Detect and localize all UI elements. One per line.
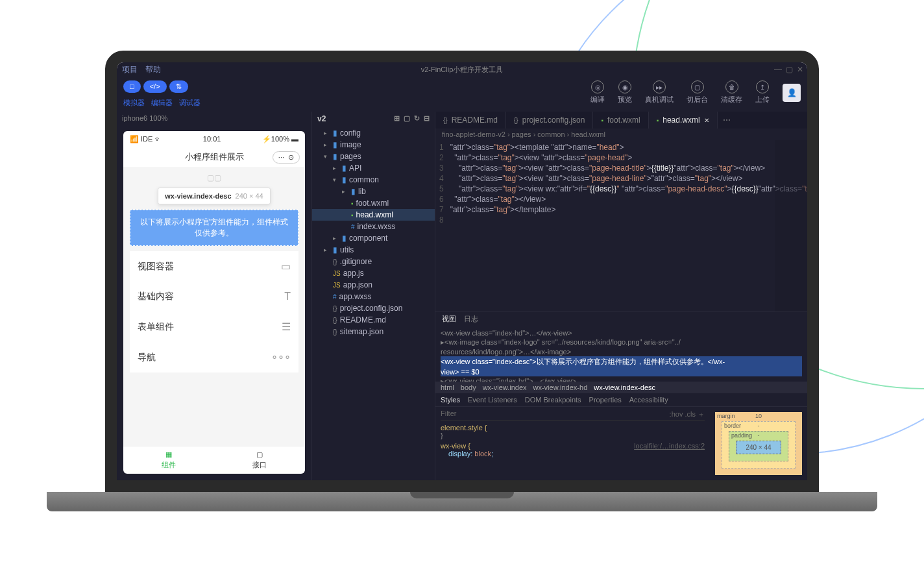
styles-panel[interactable]: Filter:hov .cls ＋element.style {}</span>…	[435, 407, 710, 480]
new-file-icon[interactable]: ⊞	[394, 114, 400, 123]
menu-bar: 项目 帮助 v2-FinClip小程序开发工具 — ▢ ✕	[117, 62, 807, 77]
crumb-item[interactable]: html	[441, 384, 454, 391]
file-item[interactable]: ▪ foot.wxml	[312, 197, 435, 209]
list-item[interactable]: 导航∘∘∘	[130, 342, 298, 373]
file-item[interactable]: # app.wxss	[312, 291, 435, 302]
phone-simulator: 📶 IDE ᯤ 10:01 ⚡100% ▬ 小程序组件展示 ∙∙∙⊙ ▢▢ wx…	[123, 131, 305, 474]
tabbar-components[interactable]: ▦组件	[123, 446, 214, 474]
breadcrumb: fino-applet-demo-v2 › pages › common › h…	[435, 128, 807, 140]
editor-tab[interactable]: ▪head.wxml✕	[649, 112, 718, 128]
remote-debug-button[interactable]: ▸▸真机调试	[645, 80, 674, 104]
minimize-icon[interactable]: —	[774, 65, 782, 74]
panel-tab[interactable]: Event Listeners	[468, 396, 517, 404]
editor-tabs: {}README.md{}project.config.json▪foot.wx…	[435, 112, 807, 128]
project-root: v2	[317, 114, 326, 123]
mode-simulator-label: 模拟器	[123, 98, 145, 108]
device-label: iphone6 100%	[117, 112, 311, 125]
compile-button[interactable]: ◎编译	[590, 80, 605, 104]
background-button[interactable]: ▢切后台	[687, 80, 708, 104]
editor-pane: {}README.md{}project.config.json▪foot.wx…	[435, 112, 807, 480]
status-battery: ⚡100% ▬	[262, 135, 298, 143]
inspector-tooltip: wx-view.index-desc240 × 44	[158, 188, 270, 204]
collapse-icon[interactable]: ⊟	[424, 114, 430, 123]
file-item[interactable]: {} project.config.json	[312, 302, 435, 314]
folder-item[interactable]: ▸▮ image	[312, 139, 435, 151]
crumb-item[interactable]: wx-view.index	[483, 384, 527, 391]
laptop-frame: 项目 帮助 v2-FinClip小程序开发工具 — ▢ ✕ □ </> ⇅	[105, 51, 819, 511]
devtools: 视图 日志 <wx-view class="index-hd">…</wx-vi…	[435, 312, 807, 480]
devtools-tab-view[interactable]: 视图	[442, 314, 456, 324]
list-item[interactable]: 表单组件☰	[130, 312, 298, 342]
file-item[interactable]: # index.wxss	[312, 221, 435, 232]
capsule-button[interactable]: ∙∙∙⊙	[273, 151, 300, 164]
panel-tab[interactable]: Accessibility	[629, 396, 668, 404]
crumb-item[interactable]: wx-view.index-desc	[594, 384, 655, 391]
folder-item[interactable]: ▸▮ config	[312, 127, 435, 139]
folder-item[interactable]: ▾▮ common	[312, 174, 435, 186]
code-editor[interactable]: 12345678 "attr">class="tag"><template "a…	[435, 140, 807, 312]
list-item[interactable]: 基础内容T	[130, 282, 298, 312]
folder-item[interactable]: ▸▮ API	[312, 162, 435, 174]
menu-project[interactable]: 项目	[122, 64, 138, 75]
tabbar-api[interactable]: ▢接口	[214, 446, 305, 474]
chip-icon: ▢	[256, 450, 263, 459]
status-time: 10:01	[203, 135, 221, 143]
maximize-icon[interactable]: ▢	[786, 65, 793, 74]
crumb-item[interactable]: body	[461, 384, 476, 391]
file-item[interactable]: JS app.js	[312, 267, 435, 279]
panel-tab[interactable]: Styles	[441, 396, 460, 404]
refresh-icon[interactable]: ↻	[414, 114, 420, 123]
more-tabs-button[interactable]: ⋯	[718, 112, 736, 128]
mode-simulator-button[interactable]: □	[123, 80, 141, 93]
folder-item[interactable]: ▸▮ utils	[312, 244, 435, 256]
file-item[interactable]: {} sitemap.json	[312, 326, 435, 337]
folder-item[interactable]: ▸▮ component	[312, 232, 435, 244]
crumb-item[interactable]: wx-view.index-hd	[533, 384, 588, 391]
clear-cache-button[interactable]: 🗑清缓存	[721, 80, 742, 104]
file-item[interactable]: {} README.md	[312, 314, 435, 326]
new-folder-icon[interactable]: ▢	[404, 114, 410, 123]
dom-tree[interactable]: <wx-view class="index-hd">…</wx-view> ▸<…	[435, 326, 807, 382]
preview-button[interactable]: ◉预览	[618, 80, 632, 104]
mode-editor-label: 编辑器	[151, 98, 173, 108]
mode-debugger-label: 调试器	[179, 98, 201, 108]
toolbar: □ </> ⇅ 模拟器 编辑器 调试器 ◎编译 ◉预览 ▸▸真机调试 ▢切后台	[117, 77, 807, 112]
list-item[interactable]: 视图容器▭	[130, 251, 298, 282]
editor-tab[interactable]: {}project.config.json	[506, 112, 593, 128]
panel-tab[interactable]: DOM Breakpoints	[525, 396, 581, 404]
devtools-tab-log[interactable]: 日志	[464, 314, 478, 324]
highlighted-element: 以下将展示小程序官方组件能力，组件样式仅供参考。	[130, 210, 298, 246]
grid-icon: ▦	[165, 450, 172, 459]
upload-button[interactable]: ↥上传	[755, 80, 770, 104]
folder-item[interactable]: ▸▮ lib	[312, 186, 435, 197]
file-item[interactable]: ▪ head.wxml	[312, 209, 435, 221]
mode-editor-button[interactable]: </>	[143, 80, 167, 93]
editor-tab[interactable]: ▪foot.wxml	[593, 112, 648, 128]
window-title: v2-FinClip小程序开发工具	[421, 65, 504, 75]
avatar[interactable]: 👤	[783, 84, 801, 102]
simulator-pane: iphone6 100% 📶 IDE ᯤ 10:01 ⚡100% ▬ 小程序组件…	[117, 112, 311, 480]
menu-help[interactable]: 帮助	[145, 64, 161, 75]
status-signal: 📶 IDE ᯤ	[130, 135, 162, 143]
editor-tab[interactable]: {}README.md	[435, 112, 506, 128]
mode-debugger-button[interactable]: ⇅	[169, 80, 188, 93]
explorer-pane: v2 ⊞ ▢ ↻ ⊟ ▸▮ config▸▮ image▾▮ pages▸▮ A…	[311, 112, 435, 480]
file-item[interactable]: {} .gitignore	[312, 256, 435, 267]
dom-breadcrumb: htmlbodywx-view.indexwx-view.index-hdwx-…	[435, 382, 807, 393]
panel-tab[interactable]: Properties	[589, 396, 622, 404]
minimap[interactable]	[775, 140, 807, 312]
box-model: margin10 border- padding- 240 × 44	[710, 407, 807, 480]
folder-item[interactable]: ▾▮ pages	[312, 151, 435, 162]
app-title: 小程序组件展示	[185, 151, 244, 163]
file-item[interactable]: JS app.json	[312, 279, 435, 291]
close-icon[interactable]: ✕	[797, 65, 803, 74]
close-tab-icon[interactable]: ✕	[704, 117, 709, 124]
ide-window: 项目 帮助 v2-FinClip小程序开发工具 — ▢ ✕ □ </> ⇅	[117, 62, 807, 480]
